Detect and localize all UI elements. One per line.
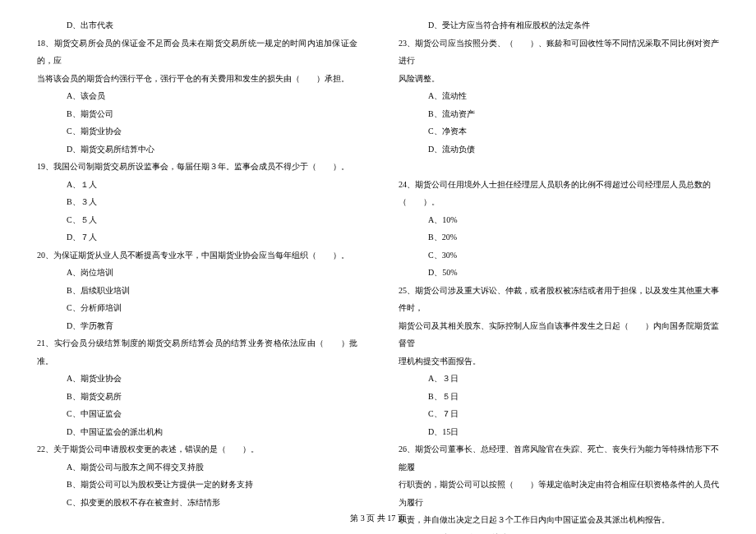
q22-option-d: D、受让方应当符合持有相应股权的法定条件 xyxy=(399,16,719,35)
left-column: D、出市代表 18、期货交易所会员的保证金不足而会员未在期货交易所统一规定的时间… xyxy=(37,16,357,534)
q23-option-b: B、流动资产 xyxy=(399,105,719,123)
q17-option-d: D、出市代表 xyxy=(37,16,357,35)
q20: 20、为保证期货从业人员不断提高专业水平，中国期货业协会应当每年组织（ ）。 xyxy=(37,246,357,265)
q21-option-b: B、期货交易所 xyxy=(37,388,357,406)
q23-cont: 风险调整。 xyxy=(399,70,719,88)
q23-option-c: C、净资本 xyxy=(399,122,719,140)
q25-option-b: B、５日 xyxy=(399,388,719,406)
q22-option-a: A、期货公司与股东之间不得交叉持股 xyxy=(37,458,357,476)
q20-option-b: B、后续职业培训 xyxy=(37,282,357,300)
q23: 23、期货公司应当按照分类、（ ）、账龄和可回收性等不同情况采取不同比例对资产进… xyxy=(399,35,719,70)
q20-option-a: A、岗位培训 xyxy=(37,264,357,282)
q25-cont2: 理机构提交书面报告。 xyxy=(399,352,719,371)
q25-option-c: C、７日 xyxy=(399,405,719,423)
q26: 26、期货公司董事长、总经理、首席风险官在失踪、死亡、丧失行为能力等特殊情形下不… xyxy=(399,440,719,476)
q24-cont: （ ）。 xyxy=(399,193,719,211)
q19: 19、我国公司制期货交易所设监事会，每届任期３年。监事会成员不得少于（ ）。 xyxy=(37,158,357,176)
q25-cont1: 期货公司及其相关股东、实际控制人应当自该事件发生之日起（ ）内向国务院期货监督管 xyxy=(399,317,719,352)
q22-option-b: B、期货公司可以为股权受让方提供一定的财务支持 xyxy=(37,476,357,494)
q21-option-c: C、中国证监会 xyxy=(37,405,357,423)
q18-option-a: A、该会员 xyxy=(37,87,357,105)
q20-option-c: C、分析师培训 xyxy=(37,299,357,317)
q20-option-d: D、学历教育 xyxy=(37,317,357,335)
q18-option-c: C、期货业协会 xyxy=(37,122,357,140)
q26-option-a: A、中国证监会有关法规 xyxy=(399,529,719,535)
q23-option-a: A、流动性 xyxy=(399,87,719,105)
q24-option-c: C、30% xyxy=(399,246,719,265)
q24-option-a: A、10% xyxy=(399,211,719,229)
q22: 22、关于期货公司申请股权变更的表述，错误的是（ ）。 xyxy=(37,440,357,458)
q24: 24、期货公司任用境外人士担任经理层人员职务的比例不得超过公司经理层人员总数的 xyxy=(399,176,719,194)
q25-option-d: D、15日 xyxy=(399,423,719,441)
q21: 21、实行会员分级结算制度的期货交易所结算会员的结算业务资格依法应由（ ）批准。 xyxy=(37,334,357,370)
q21-option-d: D、中国证监会的派出机构 xyxy=(37,423,357,441)
q19-option-a: A、１人 xyxy=(37,176,357,194)
q25-option-a: A、３日 xyxy=(399,370,719,388)
q24-option-b: B、20% xyxy=(399,228,719,246)
q18-option-b: B、期货公司 xyxy=(37,105,357,123)
blank-line xyxy=(399,158,719,176)
q18: 18、期货交易所会员的保证金不足而会员未在期货交易所统一规定的时间内追加保证金的… xyxy=(37,35,357,70)
right-column: D、受让方应当符合持有相应股权的法定条件 23、期货公司应当按照分类、（ ）、账… xyxy=(399,16,719,534)
q19-option-c: C、５人 xyxy=(37,211,357,229)
q22-option-c: C、拟变更的股权不存在被查封、冻结情形 xyxy=(37,494,357,512)
q23-option-d: D、流动负债 xyxy=(399,140,719,159)
q25: 25、期货公司涉及重大诉讼、仲裁，或者股权被冻结或者用于担保，以及发生其他重大事… xyxy=(399,282,719,317)
page-footer: 第 3 页 共 17 页 xyxy=(0,513,756,524)
q21-option-a: A、期货业协会 xyxy=(37,370,357,388)
q24-option-d: D、50% xyxy=(399,264,719,282)
q19-option-d: D、７人 xyxy=(37,228,357,246)
q18-cont: 当将该会员的期货合约强行平仓，强行平仓的有关费用和发生的损失由（ ）承担。 xyxy=(37,70,357,88)
q19-option-b: B、３人 xyxy=(37,193,357,211)
q18-option-d: D、期货交易所结算中心 xyxy=(37,140,357,159)
q26-cont1: 行职责的，期货公司可以按照（ ）等规定临时决定由符合相应任职资格条件的人员代为履… xyxy=(399,476,719,511)
